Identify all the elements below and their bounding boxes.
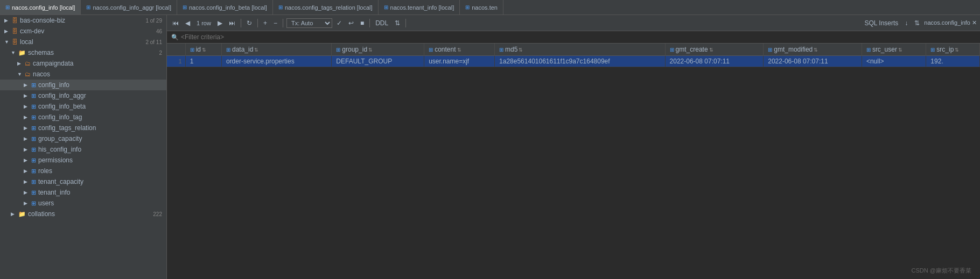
folder-icon: 📁 — [18, 211, 26, 218]
expand-roles: ▶ — [24, 168, 30, 174]
table-icon: ⊞ — [31, 178, 36, 185]
sort-icon-src_user: ⇅ — [898, 47, 902, 53]
col-header-content[interactable]: ⊞content⇅ — [424, 44, 495, 56]
sidebar-item-users[interactable]: ▶ ⊞ users — [0, 198, 166, 209]
col-header-src_ip[interactable]: ⊞src_ip⇅ — [926, 44, 980, 56]
col-header-group_id[interactable]: ⊞group_id⇅ — [332, 44, 424, 56]
prev-btn[interactable]: ◀ — [183, 18, 192, 28]
label-cxm-dev: cxm-dev — [20, 27, 154, 35]
db-icon: 🗄 — [12, 39, 18, 45]
tab-config_info_beta_local[interactable]: ⊞nacos.config_info_beta [local] — [177, 0, 273, 15]
sidebar-item-his_config_info[interactable]: ▶ ⊞ his_config_info — [0, 144, 166, 155]
cell-0-gmt_create[interactable]: 2022-06-08 07:07:11 — [665, 56, 764, 67]
tab-icon: ⊞ — [384, 4, 388, 10]
tab-config_info_aggr_local[interactable]: ⊞nacos.config_info_aggr [local] — [81, 0, 177, 15]
expand-tenant_capacity: ▶ — [24, 179, 30, 184]
cell-0-gmt_modified[interactable]: 2022-06-08 07:07:11 — [764, 56, 862, 67]
tab-tenant_info_local[interactable]: ⊞nacos.tenant_info [local] — [379, 0, 460, 15]
commit-btn[interactable]: ✓ — [334, 18, 344, 28]
ddl-btn[interactable]: DDL — [373, 18, 390, 28]
sidebar-item-nacos[interactable]: ▼ 🗂 nacos — [0, 69, 166, 80]
sort-icon-gmt_create: ⇅ — [709, 47, 713, 53]
tab-config_tags_relation_local[interactable]: ⊞nacos.config_tags_relation [local] — [273, 0, 379, 15]
tab-nacos_tab[interactable]: ⊞nacos.ten — [460, 0, 503, 15]
sidebar-item-config_info[interactable]: ▶ ⊞ config_info — [0, 80, 166, 90]
col-header-gmt_create[interactable]: ⊞gmt_create⇅ — [665, 44, 764, 56]
adjust-btn[interactable]: ⇅ — [393, 18, 402, 28]
next-btn[interactable]: ▶ — [215, 18, 225, 28]
cell-0-src_user[interactable]: <null> — [862, 56, 926, 67]
expand-cxm-dev: ▶ — [4, 28, 11, 34]
label-permissions: permissions — [38, 156, 162, 164]
col-header-md5[interactable]: ⊞md5⇅ — [495, 44, 666, 56]
sidebar-item-config_info_tag[interactable]: ▶ ⊞ config_info_tag — [0, 112, 166, 123]
content-area: ⏮ ◀ 1 row ▶ ⏭ ↻ + − Tx: Auto Tx: Manual … — [167, 15, 980, 279]
col-header-gmt_modified[interactable]: ⊞gmt_modified⇅ — [764, 44, 862, 56]
sidebar-item-tenant_capacity[interactable]: ▶ ⊞ tenant_capacity — [0, 176, 166, 187]
sep1 — [241, 19, 241, 27]
sidebar-item-cxm-dev[interactable]: ▶ 🗄 cxm-dev 46 — [0, 26, 166, 37]
tab-config_info_local[interactable]: ⊞nacos.config_info [local] — [0, 0, 81, 15]
table-ref-label: nacos.config_info ✕ — [924, 19, 977, 26]
label-config_info: config_info — [38, 81, 162, 89]
rollback-btn[interactable]: ↩ — [346, 18, 356, 28]
table-body: 11order-service.propertiesDEFAULT_GROUPu… — [167, 56, 980, 67]
export-btn[interactable]: ↓ — [902, 18, 910, 28]
tab-icon: ⊞ — [86, 4, 90, 10]
label-users: users — [38, 199, 162, 207]
table-icon: ⊞ — [31, 92, 36, 99]
sidebar-item-bas-console-biz[interactable]: ▶ 🗄 bas-console-biz 1 of 29 — [0, 15, 166, 26]
stop-btn[interactable]: ■ — [358, 18, 366, 28]
table-icon: ⊞ — [31, 103, 36, 110]
label-collations: collations — [28, 210, 151, 218]
sort-icon-md5: ⇅ — [519, 47, 523, 53]
cell-0-group_id[interactable]: DEFAULT_GROUP — [332, 56, 424, 67]
add-btn[interactable]: + — [261, 18, 269, 28]
sidebar-item-schemas[interactable]: ▼ 📁 schemas 2 — [0, 47, 166, 58]
cell-0-content[interactable]: user.name=xjf — [424, 56, 495, 67]
cell-0-src_ip[interactable]: 192. — [926, 56, 980, 67]
sql-inserts-btn[interactable]: SQL Inserts — [862, 18, 900, 28]
sort-icon-id: ⇅ — [202, 47, 206, 53]
sidebar-item-local[interactable]: ▼ 🗄 local 2 of 11 — [0, 37, 166, 47]
first-btn[interactable]: ⏮ — [170, 18, 181, 28]
expand-config_info_beta: ▶ — [24, 104, 30, 109]
col-icon-content: ⊞ — [429, 47, 433, 53]
sidebar-item-permissions[interactable]: ▶ ⊞ permissions — [0, 155, 166, 166]
folder-icon: 📁 — [18, 49, 26, 56]
sidebar-item-collations[interactable]: ▶ 📁 collations 222 — [0, 209, 166, 219]
sort-icon-gmt_modified: ⇅ — [814, 47, 818, 53]
expand-bas-console-biz: ▶ — [4, 18, 11, 23]
filter-input[interactable] — [181, 33, 289, 41]
sidebar-item-group_capacity[interactable]: ▶ ⊞ group_capacity — [0, 133, 166, 144]
filter-toggle-btn[interactable]: ⇅ — [912, 18, 922, 28]
sidebar-item-tenant_info[interactable]: ▶ ⊞ tenant_info — [0, 187, 166, 198]
cell-0-md5[interactable]: 1a28e561401061611f1c9a7c164809ef — [495, 56, 666, 67]
schema-icon: 🗂 — [25, 71, 31, 77]
sidebar-item-campaigndata[interactable]: ▶ 🗂 campaigndata — [0, 58, 166, 69]
watermark: CSDN @麻烦不要香菜 — [912, 267, 971, 275]
sidebar-item-config_info_aggr[interactable]: ▶ ⊞ config_info_aggr — [0, 90, 166, 101]
sidebar-item-config_info_beta[interactable]: ▶ ⊞ config_info_beta — [0, 101, 166, 112]
col-header-id[interactable]: ⊞id⇅ — [185, 44, 221, 56]
col-header-src_user[interactable]: ⊞src_user⇅ — [862, 44, 926, 56]
db-icon: 🗄 — [12, 28, 18, 34]
row-num-0: 1 — [167, 56, 185, 67]
col-header-data_id[interactable]: ⊞data_id⇅ — [221, 44, 331, 56]
table-row-0[interactable]: 11order-service.propertiesDEFAULT_GROUPu… — [167, 56, 980, 67]
tab-icon: ⊞ — [278, 4, 283, 10]
col-icon-gmt_create: ⊞ — [670, 47, 674, 53]
cell-0-id[interactable]: 1 — [185, 56, 221, 67]
expand-campaigndata: ▶ — [17, 61, 24, 66]
sidebar-item-config_tags_relation[interactable]: ▶ ⊞ config_tags_relation — [0, 123, 166, 133]
tab-icon: ⊞ — [465, 4, 470, 10]
cell-0-data_id[interactable]: order-service.properties — [221, 56, 331, 67]
tx-select[interactable]: Tx: Auto Tx: Manual — [286, 18, 332, 28]
last-btn[interactable]: ⏭ — [227, 18, 237, 28]
sort-icon-data_id: ⇅ — [254, 47, 258, 53]
sep2 — [257, 19, 258, 27]
sidebar-item-roles[interactable]: ▶ ⊞ roles — [0, 166, 166, 176]
refresh-btn[interactable]: ↻ — [244, 18, 254, 28]
row-count: 1 row — [194, 20, 213, 26]
remove-btn[interactable]: − — [271, 18, 279, 28]
